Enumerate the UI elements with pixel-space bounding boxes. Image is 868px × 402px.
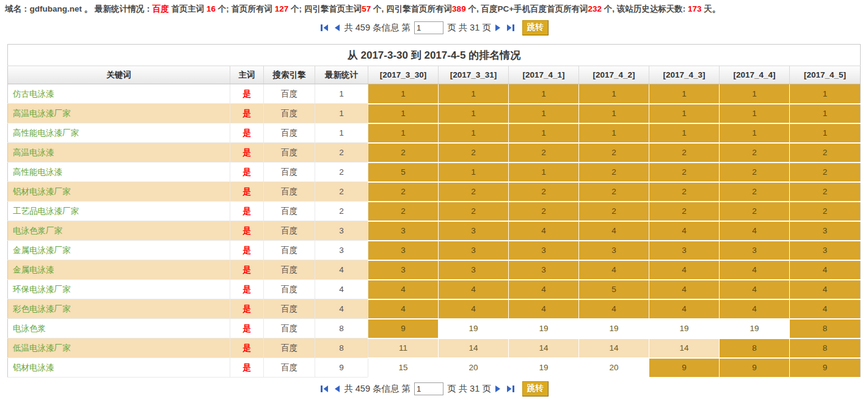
main-word-cell: 是 <box>230 143 264 163</box>
last-page-icon[interactable] <box>505 24 516 32</box>
rank-cell: 3 <box>439 260 509 280</box>
search-engine-cell: 百度 <box>264 221 315 241</box>
main-word-cell: 是 <box>230 241 264 260</box>
last-page-icon[interactable] <box>505 385 516 393</box>
stats-label: 域名：gdfubang.net 。 <box>5 4 95 13</box>
rank-cell: 4 <box>579 221 649 241</box>
pagination-bottom: 共 459 条信息 第页 共 31 页跳转 <box>0 378 868 400</box>
stats-label: 个, 百度PC+手机百度首页所有词 <box>466 4 588 13</box>
keyword-cell[interactable]: 电泳色浆 <box>8 319 230 338</box>
first-page-icon[interactable] <box>319 24 330 32</box>
rank-cell: 1 <box>579 123 649 143</box>
next-page-icon[interactable] <box>494 24 502 32</box>
keyword-cell[interactable]: 彩色电泳漆厂家 <box>8 299 230 319</box>
latest-stat-cell: 4 <box>315 260 368 280</box>
rank-cell: 20 <box>579 358 649 378</box>
rank-cell: 14 <box>579 338 649 358</box>
rank-cell: 14 <box>439 338 509 358</box>
stats-value: 16 <box>206 4 216 13</box>
rank-cell: 2 <box>790 143 861 163</box>
keyword-cell[interactable]: 仿古电泳漆 <box>8 84 230 104</box>
search-engine-cell: 百度 <box>264 299 315 319</box>
jump-button[interactable]: 跳转 <box>522 381 549 397</box>
main-word-cell: 是 <box>230 221 264 241</box>
main-word-cell: 是 <box>230 84 264 104</box>
rank-cell: 4 <box>720 299 790 319</box>
search-engine-cell: 百度 <box>264 123 315 143</box>
rank-cell: 14 <box>649 338 720 358</box>
rank-cell: 2 <box>579 202 649 221</box>
table-row: 环保电泳漆厂家是百度44445444 <box>8 280 861 299</box>
keyword-cell[interactable]: 低温电泳漆厂家 <box>8 338 230 358</box>
keyword-cell[interactable]: 高温电泳漆厂家 <box>8 104 230 123</box>
latest-stat-cell: 4 <box>315 299 368 319</box>
rank-cell: 1 <box>720 84 790 104</box>
rank-cell: 3 <box>368 221 439 241</box>
latest-stat-cell: 2 <box>315 163 368 182</box>
keyword-cell[interactable]: 高性能电泳漆 <box>8 163 230 182</box>
rank-cell: 3 <box>509 260 579 280</box>
rank-cell: 3 <box>439 221 509 241</box>
rank-cell: 19 <box>579 319 649 338</box>
table-row: 电泳色浆是百度8919191919198 <box>8 319 861 338</box>
table-row: 金属电泳漆厂家是百度33333333 <box>8 241 861 260</box>
rank-cell: 1 <box>439 84 509 104</box>
keyword-cell[interactable]: 金属电泳漆厂家 <box>8 241 230 260</box>
prev-page-icon[interactable] <box>333 24 341 32</box>
keyword-cell[interactable]: 高性能电泳漆厂家 <box>8 123 230 143</box>
main-word-cell: 是 <box>230 123 264 143</box>
column-header: [2017_3_31] <box>439 66 509 84</box>
table-row: 铝材电泳漆是百度915201920999 <box>8 358 861 378</box>
rank-cell: 1 <box>790 84 861 104</box>
rank-cell: 9 <box>790 358 861 378</box>
rank-cell: 4 <box>790 299 861 319</box>
rank-cell: 1 <box>439 163 509 182</box>
rank-cell: 5 <box>579 280 649 299</box>
rank-cell: 3 <box>790 221 861 241</box>
keyword-cell[interactable]: 环保电泳漆厂家 <box>8 280 230 299</box>
rank-cell: 2 <box>368 202 439 221</box>
rank-cell: 4 <box>509 221 579 241</box>
search-engine-cell: 百度 <box>264 358 315 378</box>
main-word-cell: 是 <box>230 358 264 378</box>
page-number-input[interactable] <box>414 21 443 34</box>
search-engine-cell: 百度 <box>264 280 315 299</box>
pagination-top: 共 459 条信息 第页 共 31 页跳转 <box>0 17 868 39</box>
stats-label: 首页主词 <box>169 4 206 13</box>
rank-cell: 4 <box>439 280 509 299</box>
latest-stat-cell: 2 <box>315 202 368 221</box>
rank-cell: 4 <box>649 260 720 280</box>
stats-value: 389 <box>452 4 466 13</box>
keyword-cell[interactable]: 铝材电泳漆厂家 <box>8 182 230 202</box>
rank-cell: 4 <box>439 299 509 319</box>
column-header: [2017_4_1] <box>509 66 579 84</box>
page-number-input[interactable] <box>414 382 443 395</box>
keyword-cell[interactable]: 电泳色浆厂家 <box>8 221 230 241</box>
keyword-cell[interactable]: 高温电泳漆 <box>8 143 230 163</box>
stats-value: 127 <box>275 4 289 13</box>
column-header: [2017_4_3] <box>649 66 720 84</box>
keyword-cell[interactable]: 铝材电泳漆 <box>8 358 230 378</box>
keyword-cell[interactable]: 工艺品电泳漆厂家 <box>8 202 230 221</box>
rank-cell: 15 <box>368 358 439 378</box>
main-word-cell: 是 <box>230 182 264 202</box>
search-engine-cell: 百度 <box>264 202 315 221</box>
rank-cell: 1 <box>649 84 720 104</box>
prev-page-icon[interactable] <box>333 385 341 393</box>
next-page-icon[interactable] <box>494 385 502 393</box>
rank-cell: 19 <box>720 319 790 338</box>
first-page-icon[interactable] <box>319 385 330 393</box>
rank-cell: 2 <box>368 143 439 163</box>
rank-cell: 3 <box>720 241 790 260</box>
latest-stat-cell: 3 <box>315 241 368 260</box>
rank-cell: 3 <box>439 241 509 260</box>
table-row: 电泳色浆厂家是百度33344443 <box>8 221 861 241</box>
rank-cell: 2 <box>649 202 720 221</box>
rank-cell: 3 <box>509 241 579 260</box>
jump-button[interactable]: 跳转 <box>522 20 549 35</box>
rank-cell: 2 <box>509 202 579 221</box>
table-row: 低温电泳漆厂家是百度8111414141488 <box>8 338 861 358</box>
keyword-cell[interactable]: 金属电泳漆 <box>8 260 230 280</box>
column-header: [2017_4_5] <box>790 66 861 84</box>
rank-cell: 19 <box>649 319 720 338</box>
